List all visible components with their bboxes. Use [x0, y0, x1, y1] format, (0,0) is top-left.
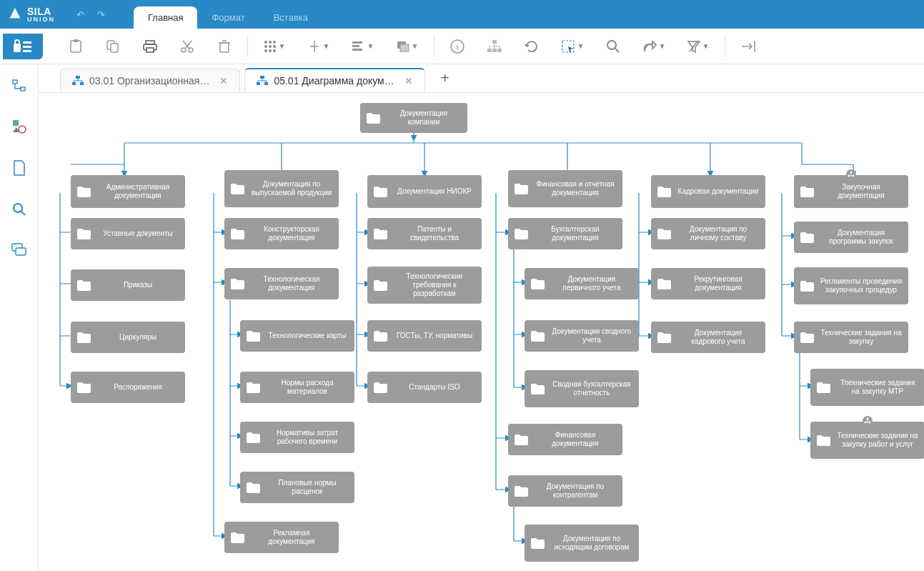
svg-rect-46 [260, 76, 264, 79]
main-area: 03.01 Организационная… ✕ 05.01 Диаграмма… [0, 64, 924, 571]
svg-point-51 [853, 175, 855, 177]
grid-button[interactable]: ▼ [252, 32, 297, 61]
chevron-down-icon: ▼ [659, 42, 666, 50]
search-button[interactable] [595, 32, 632, 61]
doc-tab-label: 03.01 Организационная… [89, 75, 209, 86]
select-button[interactable]: ▼ [550, 32, 595, 61]
node-c1-3[interactable]: Распоряжения [71, 372, 185, 403]
refresh-button[interactable] [513, 32, 550, 61]
close-icon[interactable]: ✕ [219, 75, 228, 86]
svg-point-49 [850, 172, 853, 174]
shapes-icon[interactable] [12, 119, 26, 137]
hierarchy-button[interactable] [476, 32, 513, 61]
node-c4-s1[interactable]: Документация сводного учета [525, 320, 639, 352]
align-left-button[interactable]: ▼ [341, 32, 385, 61]
logo-icon [7, 6, 23, 22]
print-button[interactable] [131, 32, 169, 61]
svg-rect-36 [13, 80, 17, 84]
node-c2-head[interactable]: Документация по выпускаемой продукции [224, 170, 339, 207]
copy-button[interactable] [94, 32, 131, 61]
delete-button[interactable] [206, 32, 243, 61]
node-c3-2[interactable]: ГОСТы, ТУ, нормативы [367, 320, 482, 352]
node-c3-1[interactable]: Технологические требования к разработкам [367, 267, 482, 304]
node-c5-2[interactable]: Документация кадрового учета [651, 322, 765, 353]
tree-icon[interactable] [12, 79, 26, 96]
svg-rect-5 [74, 39, 78, 42]
align-h-button[interactable]: ▼ [297, 32, 341, 61]
chevron-down-icon: ▼ [702, 42, 710, 50]
redo-icon[interactable]: ↷ [97, 9, 105, 20]
lock-panel[interactable] [3, 34, 43, 59]
close-icon[interactable]: ✕ [404, 75, 413, 86]
node-c6-s0[interactable]: Тпехнические задания на закупку МТР [810, 369, 924, 406]
svg-rect-38 [13, 120, 19, 126]
node-c6-head[interactable]: Закупочная документация [794, 175, 908, 208]
svg-point-52 [867, 418, 869, 420]
node-c4-0[interactable]: Бухгалтерская документация [508, 218, 622, 249]
add-tab-button[interactable]: + [429, 64, 461, 92]
node-c6-1[interactable]: Регламенты проведения закупочных процеду… [794, 267, 908, 304]
cut-button[interactable] [169, 32, 206, 61]
search-icon[interactable] [12, 202, 26, 220]
node-c5-1[interactable]: Рекрутинговая документация [651, 268, 765, 299]
node-c4-m0[interactable]: Финансовая документация [508, 424, 622, 455]
chevron-down-icon: ▼ [367, 42, 374, 50]
svg-rect-33 [497, 49, 502, 52]
doc-tab-1[interactable]: 05.01 Диаграмма докум… ✕ [244, 68, 424, 92]
info-button[interactable]: i [439, 32, 476, 61]
node-c1-head[interactable]: Административная документация [71, 175, 185, 208]
node-c6-0[interactable]: Документация программы закупок [794, 222, 908, 253]
node-c3-0[interactable]: Патенты и свидетельства [367, 218, 482, 249]
tab-insert[interactable]: Вставка [259, 6, 322, 29]
node-c2-1[interactable]: Технологическая документация [224, 268, 339, 299]
svg-point-20 [264, 49, 267, 52]
svg-rect-37 [21, 87, 25, 91]
layer-button[interactable]: ▼ [385, 32, 429, 61]
node-c2-s0[interactable]: Технологические карты [240, 320, 354, 352]
node-c2-s1[interactable]: Нормы расхода материалов [240, 372, 354, 403]
undo-icon[interactable]: ↶ [76, 9, 84, 20]
filter-button[interactable]: ▼ [676, 32, 720, 61]
svg-rect-25 [352, 49, 362, 51]
svg-rect-45 [80, 82, 84, 85]
comments-icon[interactable] [11, 243, 27, 261]
tab-format[interactable]: Формат [197, 6, 259, 29]
node-c5-head[interactable]: Кадровая документация [651, 175, 765, 208]
node-c1-0[interactable]: Уставные документы [71, 218, 185, 249]
svg-point-54 [869, 422, 871, 424]
node-c2-s2[interactable]: Нормативы затрат рабочего времени [240, 422, 354, 453]
node-c6-s1[interactable]: Технические задания на закупку работ и у… [810, 422, 924, 459]
svg-rect-47 [257, 82, 260, 85]
svg-rect-4 [71, 41, 81, 52]
node-c4-s0[interactable]: Документация первичного учета [525, 268, 639, 299]
paste-button[interactable] [57, 32, 94, 61]
svg-rect-27 [400, 44, 409, 51]
node-c1-2[interactable]: Циркуляры [71, 322, 185, 353]
svg-point-21 [269, 49, 272, 52]
chevron-down-icon: ▼ [577, 42, 585, 50]
node-c2-0[interactable]: Конструкторская документация [224, 218, 339, 249]
node-c2-s3[interactable]: Плановые нормы расценок [240, 472, 354, 503]
page-icon[interactable] [13, 160, 26, 179]
diagram-canvas[interactable]: Документация компании Административная д… [39, 93, 924, 571]
node-c5-0[interactable]: Документация по личному составу [651, 218, 765, 249]
node-c4-m1[interactable]: Документация по контрагентам [508, 475, 622, 507]
node-c1-1[interactable]: Приказы [71, 269, 185, 301]
lock-icon [13, 39, 33, 54]
tab-main[interactable]: Главная [134, 6, 197, 29]
svg-rect-43 [76, 76, 80, 79]
share-button[interactable]: ▼ [632, 32, 676, 61]
collapse-button[interactable] [730, 32, 767, 61]
node-c6-2[interactable]: Технические задания на закупку [794, 322, 908, 353]
node-c2-tail[interactable]: Рекламная документация [224, 522, 339, 553]
brand-line1: SILA [27, 6, 55, 16]
node-c3-head[interactable]: Документация НИОКР [367, 175, 482, 208]
node-c4-s2[interactable]: Сводная бухгалтерская отчетность [525, 370, 639, 407]
node-c4-last[interactable]: Документация по исходящим договорам [525, 525, 639, 562]
node-root[interactable]: Документация компании [360, 103, 467, 133]
node-c3-3[interactable]: Стандарты ISO [367, 372, 482, 403]
doc-tab-0[interactable]: 03.01 Организационная… ✕ [60, 69, 240, 92]
diagram-icon [72, 76, 84, 86]
svg-point-17 [264, 45, 267, 48]
node-c4-head[interactable]: Финансовая и отчетная документация [508, 170, 622, 207]
